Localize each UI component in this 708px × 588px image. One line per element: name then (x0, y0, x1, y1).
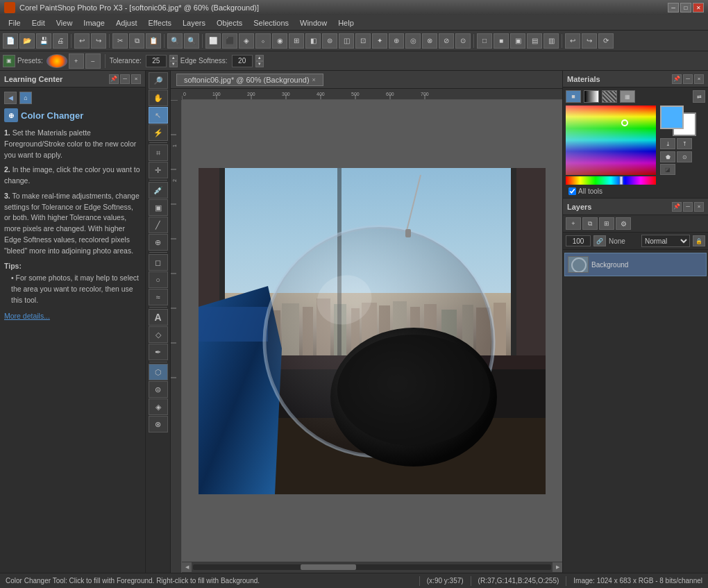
tb-btn-22[interactable]: ↩ (565, 33, 580, 49)
lc-more-details-link[interactable]: More details... (4, 312, 141, 320)
tb-btn-24[interactable]: ⟳ (598, 33, 614, 49)
solid-color-btn[interactable]: ■ (566, 90, 581, 103)
canvas-image-area[interactable] (182, 100, 562, 562)
preset-remove[interactable]: – (85, 53, 101, 69)
edge-softness-spinner[interactable]: ▲ ▼ (255, 55, 264, 67)
edge-softness-input[interactable]: 20 (232, 55, 253, 67)
scroll-right-btn[interactable]: ▶ (553, 562, 562, 572)
minimize-button[interactable]: ─ (668, 3, 679, 12)
paint-bucket-tool[interactable]: ▣ (149, 199, 168, 216)
menu-edit[interactable]: Edit (26, 16, 51, 30)
tb-btn-8[interactable]: ⊜ (322, 33, 337, 49)
edge-softness-down[interactable]: ▼ (255, 61, 264, 67)
erase-tool[interactable]: ◻ (149, 254, 168, 271)
copy-button[interactable]: ⧉ (129, 33, 144, 49)
lc-home-button[interactable]: ⌂ (19, 92, 32, 104)
materials-pin-btn[interactable]: 📌 (672, 74, 682, 84)
tb-btn-17[interactable]: □ (477, 33, 492, 49)
lc-pin-button[interactable]: 📌 (109, 74, 119, 84)
burn-tool[interactable]: ○ (149, 271, 168, 288)
tb-btn-13[interactable]: ◎ (405, 33, 421, 49)
mat-diag-btn[interactable]: ◪ (660, 164, 675, 175)
lc-minimize-button[interactable]: ─ (120, 74, 130, 84)
pattern-btn[interactable] (602, 90, 617, 103)
extra-tool-2[interactable]: ⊗ (149, 416, 168, 432)
lc-close-button[interactable]: × (131, 74, 141, 84)
canvas-tab-close[interactable]: × (312, 76, 316, 83)
tb-btn-3[interactable]: ◈ (239, 33, 254, 49)
lock-btn[interactable]: 🔒 (693, 235, 705, 246)
canvas-tab-item[interactable]: softonic06.jpg* @ 60% (Background) × (176, 74, 323, 86)
save-button[interactable]: 💾 (36, 33, 51, 49)
tb-btn-5[interactable]: ◉ (272, 33, 287, 49)
tb-btn-14[interactable]: ⊗ (422, 33, 437, 49)
close-button[interactable]: ✕ (693, 3, 704, 12)
mat-tool-2[interactable]: ⊙ (677, 151, 692, 162)
tb-btn-6[interactable]: ⊞ (289, 33, 304, 49)
redo-button[interactable]: ↪ (91, 33, 106, 49)
brush-tool[interactable]: ╱ (149, 217, 168, 233)
scroll-thumb[interactable] (301, 564, 356, 570)
scroll-track[interactable] (193, 564, 551, 570)
tb-btn-21[interactable]: ▥ (543, 33, 559, 49)
menu-selections[interactable]: Selections (248, 16, 294, 30)
tb-btn-18[interactable]: ■ (494, 33, 509, 49)
shape-tool[interactable]: ◇ (149, 326, 168, 343)
swap-colors-btn[interactable]: ⇄ (693, 90, 705, 103)
tb-btn-11[interactable]: ✦ (372, 33, 387, 49)
paste-button[interactable]: 📋 (146, 33, 161, 49)
bg-transfer-btn[interactable]: ⤒ (677, 138, 692, 149)
hue-bar[interactable] (566, 176, 656, 185)
pan-tool[interactable]: ✋ (149, 90, 168, 106)
extra-tool-1[interactable]: ◈ (149, 398, 168, 415)
tolerance-up[interactable]: ▲ (169, 55, 178, 61)
menu-image[interactable]: Image (78, 16, 110, 30)
all-tools-checkbox[interactable] (568, 187, 576, 195)
new-button[interactable]: 📄 (3, 33, 18, 49)
menu-layers[interactable]: Layers (177, 16, 211, 30)
menu-help[interactable]: Help (332, 16, 360, 30)
tb-btn-12[interactable]: ⊕ (389, 33, 404, 49)
mat-tool-1[interactable]: ⬟ (660, 151, 675, 162)
open-button[interactable]: 📂 (19, 33, 35, 49)
undo-button[interactable]: ↩ (74, 33, 90, 49)
menu-effects[interactable]: Effects (143, 16, 177, 30)
clone-tool[interactable]: ⊕ (149, 234, 168, 251)
tb-btn-23[interactable]: ↪ (582, 33, 597, 49)
freehand-tool[interactable]: ⚡ (149, 124, 168, 141)
zoom-tool[interactable]: 🔎 (149, 72, 168, 89)
fg-transfer-btn[interactable]: ⤓ (660, 138, 675, 149)
selection-arrow-tool[interactable]: ↖ (149, 107, 168, 124)
edge-softness-up[interactable]: ▲ (255, 55, 264, 61)
scroll-left-btn[interactable]: ◀ (182, 562, 192, 572)
layers-close-btn[interactable]: × (694, 202, 704, 212)
copy-layer-btn[interactable]: ⧉ (582, 217, 598, 230)
texture-btn[interactable]: ▦ (620, 90, 635, 103)
tb-btn-19[interactable]: ▣ (510, 33, 525, 49)
menu-adjust[interactable]: Adjust (110, 16, 143, 30)
menu-file[interactable]: File (3, 16, 26, 30)
tolerance-spinner[interactable]: ▲ ▼ (169, 55, 178, 67)
layer-link-btn[interactable]: 🔗 (593, 235, 606, 246)
move-tool[interactable]: ✛ (149, 162, 168, 178)
foreground-swatch[interactable] (660, 106, 684, 129)
tb-btn-10[interactable]: ⊡ (355, 33, 371, 49)
layers-min-btn[interactable]: ─ (683, 202, 693, 212)
gradient-btn[interactable] (584, 90, 599, 103)
preset-add[interactable]: + (69, 53, 84, 69)
tb-btn-4[interactable]: ⬦ (255, 33, 271, 49)
smear-tool[interactable]: ≈ (149, 289, 168, 305)
pen-tool[interactable]: ✒ (149, 344, 168, 360)
text-tool[interactable]: A (149, 309, 168, 326)
layer-item-background[interactable]: Background (564, 253, 707, 276)
color-spectrum[interactable] (566, 106, 656, 175)
tb-btn-2[interactable]: ⬛ (222, 33, 237, 49)
zoom-out-button[interactable]: 🔍 (184, 33, 199, 49)
tolerance-input[interactable]: 25 (146, 55, 167, 67)
maximize-button[interactable]: □ (680, 3, 691, 12)
materials-min-btn[interactable]: ─ (683, 74, 693, 84)
warp-tool[interactable]: ⊜ (149, 381, 168, 398)
layer-settings-btn[interactable]: ⚙ (616, 217, 631, 230)
menu-objects[interactable]: Objects (211, 16, 248, 30)
color-changer-tool[interactable]: ⬡ (149, 364, 168, 380)
